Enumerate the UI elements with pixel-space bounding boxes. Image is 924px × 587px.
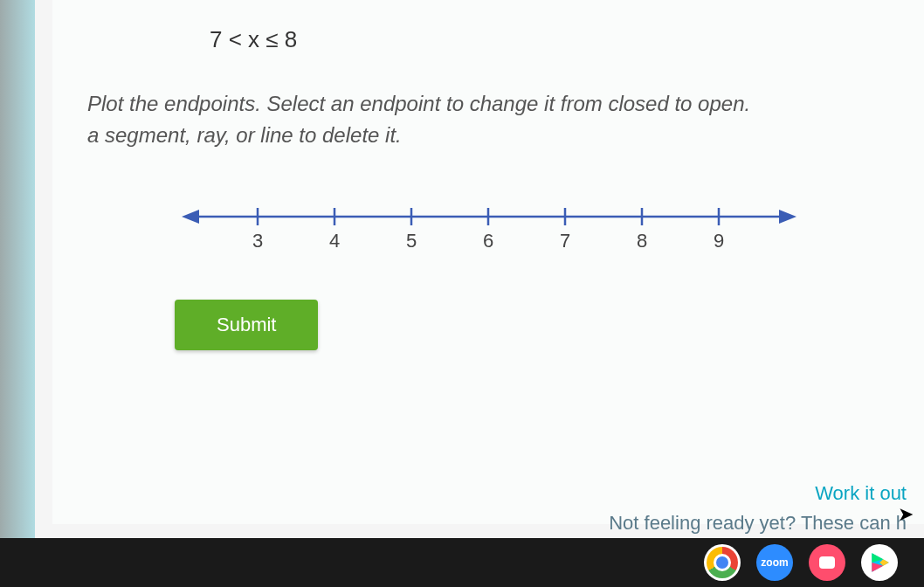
footer-hints: Work it out Not feeling ready yet? These… [609, 482, 907, 535]
tick-label-4: 4 [329, 230, 340, 252]
chrome-icon[interactable] [704, 544, 741, 581]
submit-button[interactable]: Submit [175, 300, 318, 350]
taskbar: zoom [0, 538, 924, 587]
arrow-left-icon [182, 210, 199, 224]
work-it-out-link[interactable]: Work it out [609, 482, 907, 505]
tick-label-8: 8 [637, 230, 647, 252]
tick-label-5: 5 [406, 230, 417, 252]
tick-label-9: 9 [714, 230, 724, 252]
not-ready-text: Not feeling ready yet? These can h [609, 512, 907, 535]
instruction-line-2: a segment, ray, or line to delete it. [87, 123, 402, 147]
exercise-panel: 7 < x ≤ 8 Plot the endpoints. Select an … [52, 0, 924, 524]
tick-label-3: 3 [252, 230, 263, 252]
number-line-svg[interactable]: 3 4 5 6 7 8 9 [175, 195, 803, 265]
tick-label-7: 7 [560, 230, 570, 252]
number-line[interactable]: 3 4 5 6 7 8 9 [175, 195, 803, 265]
tick-label-6: 6 [483, 230, 493, 252]
screen-edge-glow [0, 0, 35, 587]
chat-icon[interactable] [809, 544, 845, 581]
instruction-line-1: Plot the endpoints. Select an endpoint t… [87, 92, 750, 115]
play-store-icon[interactable] [861, 544, 898, 581]
arrow-right-icon [779, 210, 796, 224]
inequality-expression: 7 < x ≤ 8 [210, 26, 889, 53]
cursor-icon: ➤ [898, 503, 914, 526]
instructions-text: Plot the endpoints. Select an endpoint t… [87, 88, 889, 151]
zoom-icon[interactable]: zoom [756, 544, 793, 581]
